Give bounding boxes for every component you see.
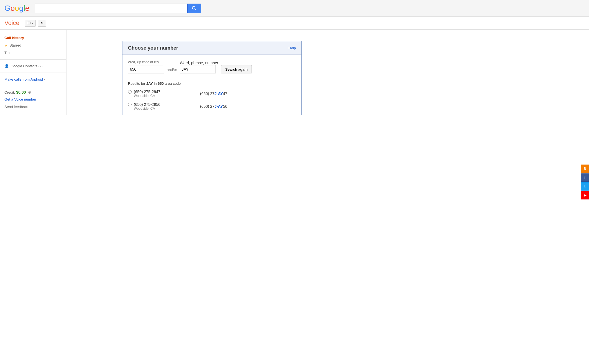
trash-label: Trash xyxy=(4,51,14,55)
phone-left-col: (650) 275-2956Woodside, CA xyxy=(128,102,194,111)
results-header: Results for JAY in 650 area code xyxy=(128,81,296,86)
area-field: Area, zip code or city xyxy=(128,60,164,73)
person-icon: 👤 xyxy=(4,64,9,68)
credit-label: Credit: xyxy=(4,90,15,94)
help-icon: (?) xyxy=(39,64,43,68)
vanity-highlight: J-AY xyxy=(214,104,223,109)
phone-result-row: (650) 275-2947Woodside, CA(650) 27J-AY47 xyxy=(128,89,296,98)
vanity-prefix: (650) 27 xyxy=(200,104,214,109)
search-bar xyxy=(35,4,201,13)
search-button[interactable] xyxy=(187,4,201,13)
phrase-field: Word, phrase, number xyxy=(180,61,218,73)
phone-result-row: (650) 275-2956Woodside, CA(650) 27J-AY56 xyxy=(128,102,296,111)
sidebar: Call history ★ Starred Trash 👤 Google Co… xyxy=(0,30,66,115)
make-calls-label: Make calls from Android xyxy=(4,77,43,81)
phone-location: Woodside, CA xyxy=(134,107,160,111)
phone-info-col: (650) 275-2956Woodside, CA xyxy=(134,102,160,111)
checkbox-toolbar-btn[interactable]: ☐ ▾ xyxy=(25,20,36,27)
content-area: Choose your number Help Area, zip code o… xyxy=(66,30,589,115)
results-divider xyxy=(128,78,296,78)
credit-section: Credit: $0.00 ⊕ xyxy=(0,89,66,96)
search-icon xyxy=(192,6,197,11)
search-row: Area, zip code or city and/or Word, phra… xyxy=(128,60,296,73)
search-again-button[interactable]: Search again xyxy=(221,65,252,73)
sidebar-item-trash[interactable]: Trash xyxy=(0,49,66,57)
phone-radio[interactable] xyxy=(128,90,132,94)
star-icon: ★ xyxy=(4,43,8,47)
sub-header: Voice ☐ ▾ ↻ xyxy=(0,17,589,30)
checkbox-icon: ☐ xyxy=(27,21,31,25)
area-input[interactable] xyxy=(128,65,164,73)
starred-label: Starred xyxy=(9,43,21,47)
phone-number: (650) 275-2947 xyxy=(134,89,160,94)
choose-number-dialog: Choose your number Help Area, zip code o… xyxy=(122,41,302,115)
phone-number: (650) 275-2956 xyxy=(134,102,160,107)
sidebar-divider-3 xyxy=(0,86,66,86)
sidebar-divider-2 xyxy=(0,73,66,73)
vanity-highlight: J-AY xyxy=(214,91,223,96)
phrase-input[interactable] xyxy=(180,65,216,73)
phrase-label: Word, phrase, number xyxy=(180,61,218,65)
phone-location: Woodside, CA xyxy=(134,94,160,98)
google-contacts-label: Google Contacts xyxy=(11,64,37,68)
refresh-toolbar-btn[interactable]: ↻ xyxy=(38,20,46,27)
search-input[interactable] xyxy=(35,4,187,13)
google-logo[interactable]: Google xyxy=(4,4,29,13)
phone-left-col: (650) 275-2947Woodside, CA xyxy=(128,89,194,98)
sidebar-divider-1 xyxy=(0,59,66,60)
area-label: Area, zip code or city xyxy=(128,60,164,64)
dialog-title: Choose your number xyxy=(128,45,178,51)
call-history-label: Call history xyxy=(4,36,24,40)
dialog-body: Area, zip code or city and/or Word, phra… xyxy=(122,55,301,115)
svg-point-0 xyxy=(192,6,195,9)
sidebar-item-google-contacts[interactable]: 👤 Google Contacts (?) xyxy=(0,62,66,70)
phone-results-list: (650) 275-2947Woodside, CA(650) 27J-AY47… xyxy=(128,89,296,115)
main-layout: Call history ★ Starred Trash 👤 Google Co… xyxy=(0,30,589,115)
phone-info-col: (650) 275-2947Woodside, CA xyxy=(134,89,160,98)
add-credit-button[interactable]: ⊕ xyxy=(28,90,31,94)
chevron-down-icon: ▾ xyxy=(32,22,33,25)
credit-amount: $0.00 xyxy=(16,90,26,94)
voice-title: Voice xyxy=(4,19,19,27)
chevron-down-icon: ▾ xyxy=(44,78,45,81)
andor-label: and/or xyxy=(167,68,177,73)
svg-line-1 xyxy=(195,9,196,10)
vanity-suffix: 56 xyxy=(223,104,227,109)
sidebar-item-make-calls[interactable]: Make calls from Android ▾ xyxy=(0,76,66,83)
sidebar-item-call-history[interactable]: Call history xyxy=(0,34,66,42)
sidebar-item-starred[interactable]: ★ Starred xyxy=(0,42,66,49)
phone-vanity: (650) 27J-AY56 xyxy=(200,104,227,109)
phone-radio[interactable] xyxy=(128,103,132,106)
vanity-suffix: 47 xyxy=(223,91,227,96)
vanity-prefix: (650) 27 xyxy=(200,91,214,96)
phone-vanity: (650) 27J-AY47 xyxy=(200,91,227,96)
get-voice-number-link[interactable]: Get a Voice number xyxy=(0,96,66,103)
dialog-help-link[interactable]: Help xyxy=(288,46,296,50)
refresh-icon: ↻ xyxy=(40,21,43,25)
dialog-header: Choose your number Help xyxy=(122,41,301,55)
app-header: Google xyxy=(0,0,589,17)
send-feedback-label: Send feedback xyxy=(0,103,66,111)
